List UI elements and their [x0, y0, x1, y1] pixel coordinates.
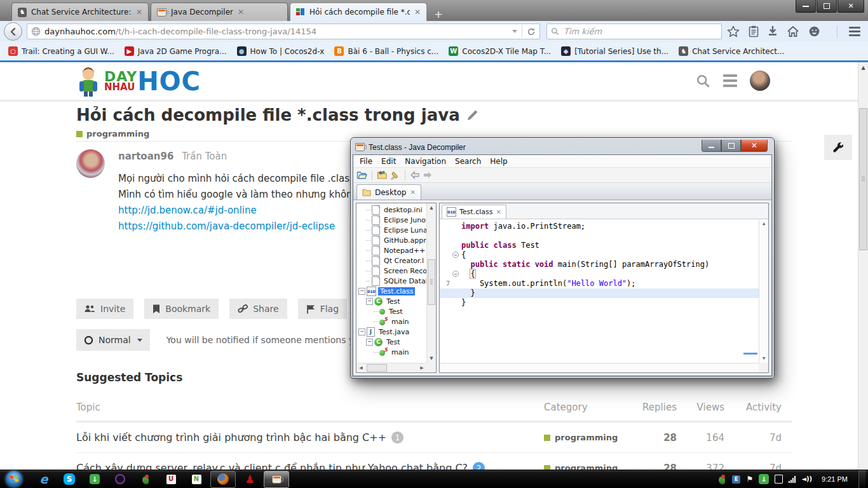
scrollbar-up-arrow[interactable]: ▲	[858, 62, 868, 72]
back-nav-icon[interactable]	[410, 171, 420, 179]
jd-minimize-button[interactable]	[702, 140, 721, 152]
home-icon[interactable]	[787, 25, 799, 37]
jd-menu-help[interactable]: Help	[485, 157, 512, 166]
wand-icon[interactable]	[390, 170, 400, 180]
show-desktop-button[interactable]	[858, 470, 865, 488]
tray-e-app-icon[interactable]: E	[732, 475, 740, 484]
admin-wrench-button[interactable]	[824, 135, 852, 160]
topic-link[interactable]: Lỗi khi viết chương trình giải phương tr…	[76, 431, 386, 444]
tree-expander-icon[interactable]: −	[358, 288, 365, 295]
jd-editor-vscrollbar[interactable]: ▲▼	[759, 219, 768, 363]
browser-tab[interactable]: Hỏi cách decompile file *.c...✕	[290, 3, 427, 21]
tab-close-icon[interactable]: ✕	[238, 8, 244, 17]
bookmark-item[interactable]: ♞Chat Service Architect...	[674, 44, 789, 58]
bookmark-item[interactable]: ●How To | Cocos2d-x	[232, 44, 330, 58]
taskbar-item-java-decompiler[interactable]	[264, 471, 289, 488]
jd-editor-hscrollbar[interactable]	[440, 363, 759, 372]
header-user-avatar[interactable]	[750, 71, 770, 91]
tree-item[interactable]: Notepad++	[356, 245, 426, 255]
site-logo[interactable]: DAY NHAU HOC	[75, 66, 201, 97]
tray-network-icon[interactable]	[789, 476, 796, 483]
window-restore-button[interactable]	[817, 0, 837, 13]
taskbar-item-internet-explorer[interactable]: e	[31, 470, 57, 488]
header-menu-icon[interactable]	[723, 74, 737, 87]
tree-item[interactable]: −CTest	[356, 337, 426, 347]
tree-item[interactable]: Eclipse Luna	[356, 225, 426, 235]
open-type-icon[interactable]	[377, 170, 388, 180]
tree-item[interactable]: −010Test.class	[356, 286, 426, 296]
jd-tree-hscrollbar[interactable]: ◀▶	[356, 363, 426, 372]
tab-close-icon[interactable]: ✕	[136, 8, 142, 17]
reload-icon[interactable]	[527, 27, 536, 36]
window-close-button[interactable]: ✕	[837, 0, 864, 13]
edit-pencil-icon[interactable]	[466, 109, 478, 121]
tree-item[interactable]: Eclipse Juno	[356, 215, 426, 225]
bookmark-star-icon[interactable]	[727, 25, 740, 37]
browser-tab[interactable]: Java Decompiler✕	[151, 3, 288, 21]
table-row-topic[interactable]: Lỗi khi viết chương trình giải phương tr…	[76, 423, 531, 453]
tree-item[interactable]: desktop.ini	[356, 205, 426, 215]
tree-item[interactable]: Test	[356, 306, 426, 316]
tray-parrot-icon[interactable]	[717, 475, 726, 484]
jd-menu-edit[interactable]: Edit	[377, 157, 400, 166]
taskbar-item-devil-app[interactable]: ♟	[237, 470, 262, 488]
fold-collapse-icon[interactable]: −	[452, 252, 459, 258]
share-button[interactable]: Share	[229, 299, 287, 319]
post-author-avatar[interactable]	[76, 149, 105, 178]
jd-menu-file[interactable]: File	[355, 157, 377, 166]
taskbar-item-notepad-plus-plus[interactable]: N	[184, 470, 209, 488]
new-tab-button[interactable]: +	[430, 7, 447, 21]
tree-item[interactable]: Smain	[356, 347, 426, 357]
jd-tree-vscrollbar[interactable]: ▲ ▼	[426, 203, 436, 363]
menu-hamburger-icon[interactable]	[849, 27, 860, 36]
jd-folder-tab-close-icon[interactable]: ✕	[410, 189, 416, 196]
window-minimize-button[interactable]	[796, 0, 816, 13]
tray-idm-icon[interactable]: ↓	[759, 474, 769, 484]
forward-nav-icon[interactable]	[423, 171, 433, 179]
flag-button[interactable]: Flag	[298, 299, 347, 319]
downloads-icon[interactable]	[768, 25, 778, 37]
jd-menu-navigation[interactable]: Navigation	[400, 157, 451, 166]
taskbar-item-parrot-app[interactable]	[133, 470, 158, 488]
fold-collapse-icon[interactable]: −	[452, 271, 459, 277]
tray-volume-icon[interactable]: ◄))	[801, 476, 812, 482]
search-input[interactable]	[562, 26, 717, 37]
jd-code-tab-close-icon[interactable]: ✕	[496, 208, 501, 215]
taskbar-clock[interactable]: 9:21 PM	[822, 475, 848, 483]
back-button[interactable]	[4, 22, 22, 41]
bookmark-item[interactable]: ○Trail: Creating a GUI W...	[3, 44, 119, 58]
tree-item[interactable]: −CTest	[356, 296, 426, 306]
bookmark-button[interactable]: Bookmark	[144, 299, 219, 319]
bookmark-item[interactable]: WCocos2D-X Tile Map T...	[444, 44, 556, 58]
page-scrollbar[interactable]: ▲	[858, 62, 868, 470]
jd-folder-tab[interactable]: Desktop ✕	[356, 184, 421, 200]
jd-maximize-button[interactable]	[721, 140, 741, 152]
table-row-topic[interactable]: Cách xây dựng server_relay.c và client.c…	[76, 453, 531, 470]
tree-expander-icon[interactable]: −	[358, 329, 365, 336]
jd-close-button[interactable]: ✕	[741, 140, 768, 152]
scrollbar-thumb[interactable]	[859, 108, 867, 250]
tree-item[interactable]: Qt Creator.l	[356, 255, 426, 266]
tab-close-icon[interactable]: ✕	[414, 8, 421, 17]
post-username[interactable]: nartoan96	[118, 151, 173, 162]
tree-item[interactable]: SQLite Datal	[356, 276, 426, 286]
tree-item[interactable]: −JTest.java	[356, 327, 426, 337]
jd-code-tab[interactable]: 010 Test.class ✕	[442, 205, 506, 219]
browser-tab[interactable]: ♞Chat Service Architecture: ...✕	[11, 3, 149, 21]
bookmark-item[interactable]: ▶Java 2D Game Progra...	[119, 44, 232, 58]
tray-clipboard-icon[interactable]	[775, 475, 783, 484]
url-dropdown-icon[interactable]	[512, 30, 517, 33]
jd-menu-search[interactable]: Search	[451, 157, 485, 166]
start-button[interactable]	[6, 471, 22, 487]
url-bar[interactable]: daynhauhoc.com/t/h-i-cach-decompile-file…	[27, 24, 540, 39]
tray-action-center-icon[interactable]: ⚑	[746, 475, 753, 483]
tree-item[interactable]: Smain	[356, 316, 426, 327]
header-search-icon[interactable]	[696, 74, 710, 88]
taskbar-item-firefox[interactable]	[210, 471, 236, 488]
bookmark-item[interactable]: ◆[Tutorial Series] Use th...	[556, 44, 674, 58]
jd-code-editor[interactable]: import java.io.PrintStream;public class …	[440, 219, 768, 372]
tree-item[interactable]: Screen Reco	[356, 266, 426, 276]
tree-item[interactable]: GitHub.appr	[356, 235, 426, 245]
taskbar-item-idm[interactable]: ↓	[82, 470, 107, 488]
bookmark-item[interactable]: BBài 6 - Ball - Physics c...	[329, 44, 444, 58]
